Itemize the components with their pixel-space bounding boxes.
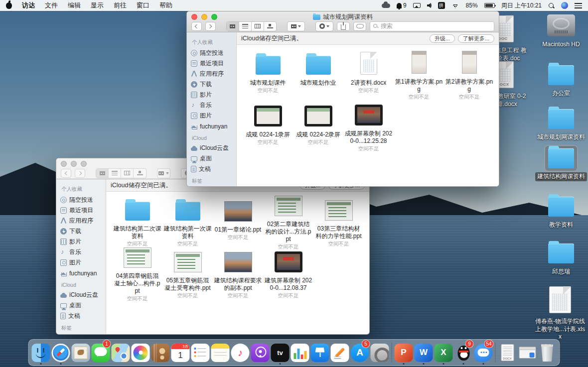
dock-system-preferences[interactable] [370,341,390,364]
sidebar-item-recents[interactable]: 最近项目 [60,205,106,216]
file-item[interactable]: 建筑结构课程要求的副本.ppt 空间不足 [213,247,263,299]
sidebar-item-downloads[interactable]: 下载 [191,79,236,90]
share-button[interactable] [337,22,350,31]
dock-minimized-window[interactable] [518,341,537,364]
dock-word[interactable]: W [414,341,434,364]
menu-window[interactable]: 窗口 [137,1,149,10]
finder-window-front[interactable]: 城市规划网课资料 搜索 个人收藏 [186,11,499,187]
zoom-button[interactable] [81,161,87,167]
action-menu-button[interactable] [315,21,333,31]
screen-mirroring-icon[interactable] [413,3,421,8]
dock-maps[interactable] [111,341,131,364]
desktop-item-building-structure-folder[interactable]: 建筑结构网课资料 [533,146,588,181]
sidebar-item-pictures[interactable]: 图片 [60,257,106,268]
list-view-button[interactable] [109,169,121,178]
upgrade-button[interactable]: 升级... [430,34,455,43]
dock-music[interactable]: ♪ [231,341,250,364]
file-item[interactable]: 2讲资料.docx 空间不足 [343,49,394,101]
file-item[interactable]: 05第五章钢筋混凝土受弯构件.ppt 空间不足 [162,247,213,299]
dock-contacts[interactable] [151,341,170,364]
learn-more-button[interactable]: 了解更多... [458,34,494,43]
siri-icon[interactable] [561,2,568,9]
desktop-item-teaching-materials-folder[interactable]: 教学资料 [533,194,588,230]
desktop-item-xlsx[interactable]: 傅春燕-物流学院线上教学地...计表.xlsx [530,284,588,342]
file-item[interactable]: 城市规划作业 [293,49,343,101]
dock-numbers[interactable] [291,341,310,364]
sidebar-item-applications[interactable]: 应用程序 [60,216,106,226]
sidebar-item-tag-red[interactable]: 红色 [60,334,106,334]
minimize-button[interactable] [71,161,77,167]
file-item[interactable]: 成规 0224-2录屏 空间不足 [293,101,343,152]
dock-notes[interactable] [211,341,230,364]
sidebar-item-movies[interactable]: 影片 [191,90,236,100]
forward-button[interactable] [75,169,85,178]
dock-powerpoint[interactable]: P [394,341,414,364]
close-button[interactable] [191,14,197,20]
file-item[interactable]: 建筑屏幕录制 2020-0...12.08.37 空间不足 [263,247,313,299]
file-item[interactable]: 城市规划课件 空间不足 [243,49,293,101]
dock-docx-file[interactable]: DOCX [498,341,517,364]
back-button[interactable] [61,169,71,178]
dock-tv[interactable]: tv [271,341,290,364]
tag-button[interactable] [353,22,366,31]
sidebar-item-desktop[interactable]: 桌面 [60,300,106,311]
menu-finder[interactable]: 访达 [22,1,35,10]
file-item[interactable]: 第1讲教学方案.png 空间不足 [394,49,444,101]
sidebar-item-downloads[interactable]: 下载 [60,226,106,237]
gallery-view-button[interactable] [264,22,277,31]
dock-reminders[interactable] [191,341,210,364]
apple-menu-icon[interactable] [6,2,12,9]
sidebar-item-airdrop[interactable]: 隔空投送 [60,195,106,205]
gallery-view-button[interactable] [134,169,146,178]
dock-app-store[interactable]: 5A [350,341,370,364]
file-item[interactable]: 第2讲教学方案.png 空间不足 [444,49,494,101]
close-button[interactable] [61,161,67,167]
menu-help[interactable]: 帮助 [159,1,172,10]
icon-view-button[interactable] [227,22,239,31]
menu-bar-clock[interactable]: 周日 上午10:21 [501,1,542,10]
cloud-status-icon[interactable] [382,3,390,8]
sidebar-item-pictures[interactable]: 图片 [191,111,236,121]
sidebar-item-icloud-drive[interactable]: iCloud云盘 [60,290,106,300]
sidebar-item-home[interactable]: fuchunyan [60,268,106,278]
list-view-button[interactable] [239,22,252,31]
input-method-icon[interactable]: 拼 [438,2,445,9]
file-item[interactable]: 成规屏幕录制 2020-0...12.25.28 空间不足 [343,101,394,152]
desktop-item-qiusirui-folder[interactable]: 邱思瑞 [533,241,588,276]
sidebar-item-movies[interactable]: 影片 [60,237,106,247]
sidebar-item-recents[interactable]: 最近项目 [191,58,236,69]
group-button[interactable] [157,168,170,178]
dock-finder[interactable] [31,341,51,364]
search-input[interactable]: 搜索 [370,21,494,31]
dock-mail[interactable] [71,341,91,364]
column-view-button[interactable] [252,22,264,31]
icon-view-button[interactable] [96,169,109,178]
desktop-item-macintosh-hd[interactable]: Macintosh HD [533,12,588,49]
minimize-button[interactable] [201,14,207,20]
spotlight-search-icon[interactable] [548,2,555,9]
battery-icon[interactable] [484,3,495,8]
sidebar-item-applications[interactable]: 应用程序 [191,69,236,79]
sidebar-item-documents[interactable]: 文稿 [191,164,236,174]
file-item[interactable]: 03第三章结构材料的力学性能.ppt 空间不足 [313,196,364,247]
wifi-icon[interactable] [451,3,459,8]
sidebar-item-icloud-drive[interactable]: iCloud云盘 [191,143,236,153]
notification-bell-icon[interactable] [397,3,402,8]
sidebar-item-airdrop[interactable]: 隔空投送 [191,48,236,58]
menu-file[interactable]: 文件 [45,1,58,10]
dock-photos[interactable] [131,341,150,364]
volume-icon[interactable] [427,3,434,8]
menu-edit[interactable]: 编辑 [68,1,81,10]
file-item[interactable]: 成规 0224-1录屏 空间不足 [243,101,293,152]
dock-pages[interactable] [330,341,350,364]
sidebar-item-documents[interactable]: 文稿 [60,311,106,321]
desktop-item-office-folder[interactable]: 办公室 [533,63,588,98]
menu-go[interactable]: 前往 [114,1,127,10]
sidebar-item-music[interactable]: 音乐 [60,247,106,257]
column-view-button[interactable] [121,169,134,178]
forward-button[interactable] [205,22,216,31]
dock-messages[interactable]: 1 [91,341,111,364]
sidebar-item-desktop[interactable]: 桌面 [191,153,236,164]
file-item[interactable]: 01第一章绪论.ppt 空间不足 [213,196,263,247]
file-item[interactable]: 02第二章建筑结构的设计...方法.ppt 空间不足 [263,196,313,247]
